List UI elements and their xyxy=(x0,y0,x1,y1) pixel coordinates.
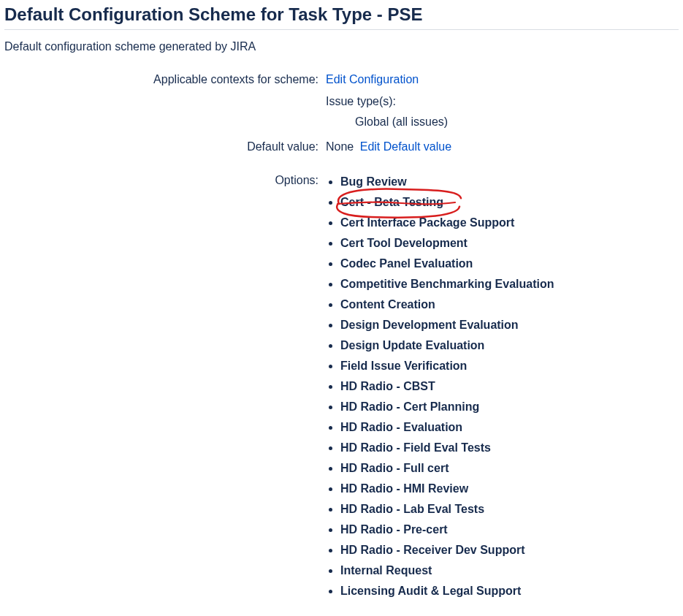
options-list: Bug ReviewCert - Beta TestingCert Interf… xyxy=(326,172,679,601)
option-item: HD Radio - Cert Planning xyxy=(340,397,679,417)
option-item: Content Creation xyxy=(340,294,679,315)
option-item: HD Radio - Evaluation xyxy=(340,417,679,438)
option-item: Competitive Benchmarking Evaluation xyxy=(340,274,679,294)
option-item: Design Development Evaluation xyxy=(340,315,679,335)
option-item: Design Update Evaluation xyxy=(340,335,679,356)
issue-types-label: Issue type(s): xyxy=(326,93,679,110)
option-item: Cert Tool Development xyxy=(340,233,679,254)
option-item: HD Radio - Lab Eval Tests xyxy=(340,499,679,520)
option-item: Bug Review xyxy=(340,172,679,192)
options-label: Options: xyxy=(4,172,326,189)
option-item: Cert Interface Package Support xyxy=(340,213,679,233)
option-item: HD Radio - Field Eval Tests xyxy=(340,438,679,458)
option-item: Internal Request xyxy=(340,560,679,581)
edit-default-value-link[interactable]: Edit Default value xyxy=(360,140,451,153)
option-item: Cert - Beta Testing xyxy=(340,192,679,213)
edit-configuration-link[interactable]: Edit Configuration xyxy=(326,73,419,85)
issue-types-value: Global (all issues) xyxy=(326,113,679,131)
option-item: HD Radio - HMI Review xyxy=(340,479,679,499)
option-item: HD Radio - Receiver Dev Support xyxy=(340,540,679,560)
contexts-label: Applicable contexts for scheme: xyxy=(4,71,326,88)
option-item: HD Radio - Pre-cert xyxy=(340,520,679,540)
default-value-text: None xyxy=(326,140,354,153)
default-value-label: Default value: xyxy=(4,138,326,156)
divider xyxy=(4,29,679,30)
page-title: Default Configuration Scheme for Task Ty… xyxy=(4,4,679,25)
option-item: HD Radio - CBST xyxy=(340,376,679,397)
option-item: Codec Panel Evaluation xyxy=(340,254,679,274)
option-item: Licensing Audit & Legal Support xyxy=(340,581,679,601)
option-item: HD Radio - Full cert xyxy=(340,458,679,479)
option-item: Field Issue Verification xyxy=(340,356,679,376)
scheme-description: Default configuration scheme generated b… xyxy=(4,40,679,53)
